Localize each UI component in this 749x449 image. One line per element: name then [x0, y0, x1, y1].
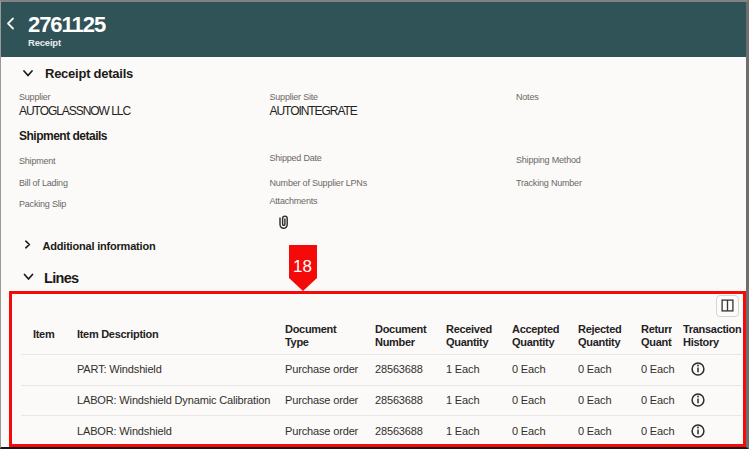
- svg-text:18: 18: [293, 257, 312, 276]
